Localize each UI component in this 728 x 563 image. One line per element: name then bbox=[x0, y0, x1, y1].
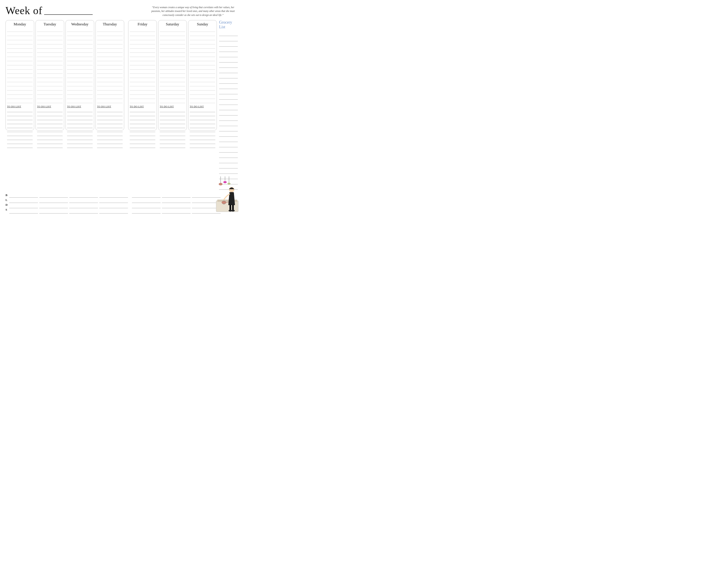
tuesday-column: Tuesday TO DO LIST bbox=[36, 20, 64, 130]
tuesday-todo-label: TO DO LIST bbox=[37, 105, 63, 108]
grocery-lines-area bbox=[219, 31, 238, 190]
week-of-input-line[interactable] bbox=[44, 14, 93, 15]
saturday-column: Saturday TO DO LIST bbox=[158, 20, 187, 130]
thursday-card: Thursday TO DO LIST bbox=[96, 20, 124, 130]
meal-thursday bbox=[99, 193, 128, 214]
sunday-lines[interactable] bbox=[190, 28, 215, 103]
friday-label: Friday bbox=[130, 22, 155, 26]
meal-tuesday bbox=[39, 193, 68, 214]
svg-point-4 bbox=[222, 201, 226, 204]
wednesday-todo-label: TO DO LIST bbox=[67, 105, 93, 108]
lunch-label: L bbox=[6, 197, 8, 202]
tuesday-card: Tuesday TO DO LIST bbox=[36, 20, 64, 130]
friday-lines[interactable] bbox=[130, 28, 155, 103]
saturday-label: Saturday bbox=[160, 22, 185, 26]
meal-left-group bbox=[9, 193, 128, 214]
tuesday-label: Tuesday bbox=[37, 22, 63, 26]
saturday-todo: TO DO LIST bbox=[160, 105, 185, 148]
monday-column: Monday TO DO LIST bbox=[6, 20, 34, 130]
wednesday-label: Wednesday bbox=[67, 22, 93, 26]
week-of-title: Week of bbox=[6, 4, 93, 17]
kitchen-illustration bbox=[212, 176, 243, 216]
wednesday-card: Wednesday TO DO LIST bbox=[66, 20, 94, 130]
saturday-todo-label: TO DO LIST bbox=[160, 105, 185, 108]
svg-rect-13 bbox=[229, 205, 231, 210]
sunday-label: Sunday bbox=[190, 22, 215, 26]
meal-right-group bbox=[132, 193, 221, 214]
sunday-card: Sunday TO DO LIST bbox=[188, 20, 217, 130]
tuesday-lines[interactable] bbox=[37, 28, 63, 103]
header: Week of “Every woman creates a unique wa… bbox=[6, 4, 237, 17]
tuesday-todo: TO DO LIST bbox=[37, 105, 63, 148]
monday-todo: TO DO LIST bbox=[7, 105, 33, 148]
svg-point-7 bbox=[219, 183, 222, 185]
meal-wednesday bbox=[69, 193, 98, 214]
thursday-todo-label: TO DO LIST bbox=[97, 105, 123, 108]
monday-lines[interactable] bbox=[7, 28, 33, 103]
friday-todo-label: TO DO LIST bbox=[130, 105, 155, 108]
weekdays-right-group: Friday TO DO LIST bbox=[128, 20, 217, 130]
dinner-label: D bbox=[6, 202, 8, 207]
wednesday-todo: TO DO LIST bbox=[67, 105, 93, 148]
meal-labels-column: B L D S bbox=[6, 193, 8, 212]
friday-column: Friday TO DO LIST bbox=[128, 20, 157, 130]
week-of-text: Week of bbox=[6, 4, 42, 17]
saturday-lines[interactable] bbox=[160, 28, 185, 103]
svg-point-16 bbox=[231, 210, 235, 211]
monday-todo-label: TO DO LIST bbox=[7, 105, 33, 108]
weekdays-left-group: Monday TO DO LIST bbox=[6, 20, 124, 130]
breakfast-label: B bbox=[6, 193, 8, 197]
monday-label: Monday bbox=[7, 22, 33, 26]
svg-point-9 bbox=[223, 181, 227, 183]
grocery-list-column: Grocery List bbox=[217, 20, 238, 190]
meal-saturday bbox=[162, 193, 191, 214]
sunday-todo: TO DO LIST bbox=[190, 105, 215, 148]
snack-label: S bbox=[6, 207, 8, 212]
wednesday-column: Wednesday TO DO LIST bbox=[66, 20, 94, 130]
friday-todo: TO DO LIST bbox=[130, 105, 155, 148]
thursday-label: Thursday bbox=[97, 22, 123, 26]
friday-card: Friday TO DO LIST bbox=[128, 20, 157, 130]
sunday-column: Sunday TO DO LIST bbox=[188, 20, 217, 130]
meal-friday bbox=[132, 193, 161, 214]
thursday-todo: TO DO LIST bbox=[97, 105, 123, 148]
grocery-list-title: Grocery List bbox=[219, 20, 238, 29]
inspirational-quote: “Every woman creates a unique way of liv… bbox=[149, 4, 237, 17]
monday-card: Monday TO DO LIST bbox=[6, 20, 34, 130]
wednesday-lines[interactable] bbox=[67, 28, 93, 103]
sunday-todo-label: TO DO LIST bbox=[190, 105, 215, 108]
thursday-lines[interactable] bbox=[97, 28, 123, 103]
saturday-card: Saturday TO DO LIST bbox=[158, 20, 187, 130]
svg-point-11 bbox=[228, 183, 230, 184]
svg-rect-14 bbox=[232, 205, 234, 210]
meal-monday bbox=[9, 193, 38, 214]
thursday-column: Thursday TO DO LIST bbox=[96, 20, 124, 130]
